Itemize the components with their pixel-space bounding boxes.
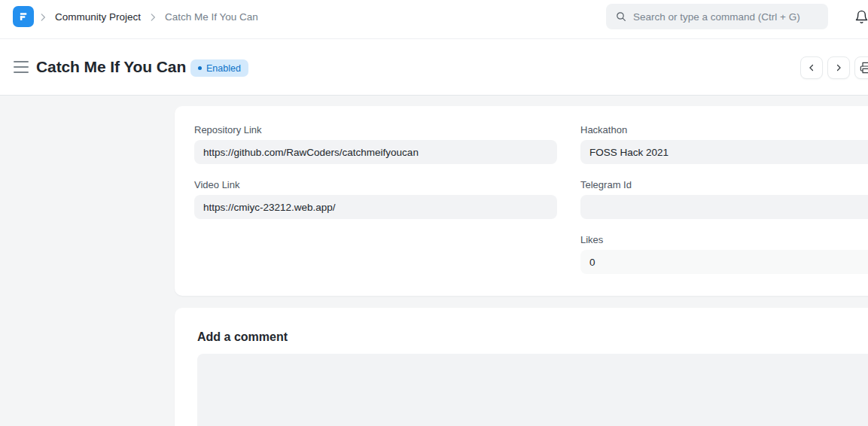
comments-section-card: Add a comment bbox=[175, 308, 868, 426]
field-label: Telegram Id bbox=[580, 179, 868, 190]
sidebar-toggle-button[interactable] bbox=[14, 61, 29, 73]
field-label: Likes bbox=[580, 234, 868, 245]
document-form-card: Repository Link Video Link Hackathon Tel… bbox=[175, 106, 868, 296]
status-badge-label: Enabled bbox=[206, 63, 241, 74]
notifications-button[interactable] bbox=[851, 7, 868, 26]
page-header: Catch Me If You Can Enabled bbox=[0, 39, 868, 96]
frappe-logo-icon bbox=[17, 10, 30, 23]
add-comment-heading: Add a comment bbox=[197, 330, 868, 344]
breadcrumb: Community Project Catch Me If You Can bbox=[38, 0, 258, 34]
status-badge: Enabled bbox=[190, 59, 248, 77]
top-navbar: Community Project Catch Me If You Can Se… bbox=[0, 0, 868, 39]
field-telegram-id: Telegram Id bbox=[580, 179, 868, 219]
hackathon-input[interactable] bbox=[580, 140, 868, 164]
field-hackathon: Hackathon bbox=[580, 124, 868, 164]
comment-input[interactable] bbox=[197, 354, 868, 426]
form-grid: Repository Link Video Link Hackathon Tel… bbox=[194, 124, 868, 289]
form-column-left: Repository Link Video Link bbox=[194, 124, 557, 289]
frappe-logo[interactable] bbox=[13, 6, 34, 27]
telegram-id-input[interactable] bbox=[580, 195, 868, 219]
chevron-left-icon bbox=[806, 62, 817, 73]
printer-icon bbox=[860, 62, 868, 74]
next-document-button[interactable] bbox=[827, 56, 850, 79]
bell-icon bbox=[854, 10, 868, 24]
breadcrumb-item-community-project[interactable]: Community Project bbox=[55, 11, 141, 23]
global-search[interactable]: Search or type a command (Ctrl + G) bbox=[606, 4, 828, 29]
status-dot-icon bbox=[198, 66, 202, 70]
likes-input[interactable] bbox=[580, 250, 868, 274]
search-placeholder: Search or type a command (Ctrl + G) bbox=[633, 11, 800, 23]
page-title: Catch Me If You Can bbox=[36, 58, 186, 76]
video-link-input[interactable] bbox=[194, 195, 557, 219]
field-label: Video Link bbox=[194, 179, 557, 190]
form-column-right: Hackathon Telegram Id Likes bbox=[580, 124, 868, 289]
print-button[interactable] bbox=[854, 56, 868, 79]
previous-document-button[interactable] bbox=[800, 56, 823, 79]
field-label: Hackathon bbox=[580, 124, 868, 135]
field-repository-link: Repository Link bbox=[194, 124, 557, 164]
hamburger-icon bbox=[14, 61, 29, 62]
field-label: Repository Link bbox=[194, 124, 557, 135]
chevron-right-icon bbox=[148, 12, 158, 23]
field-video-link: Video Link bbox=[194, 179, 557, 219]
chevron-right-icon bbox=[38, 12, 48, 23]
breadcrumb-item-current-doc[interactable]: Catch Me If You Can bbox=[165, 11, 258, 23]
chevron-right-icon bbox=[833, 62, 844, 73]
repository-link-input[interactable] bbox=[194, 140, 557, 164]
field-likes: Likes bbox=[580, 234, 868, 274]
search-icon bbox=[615, 11, 627, 23]
